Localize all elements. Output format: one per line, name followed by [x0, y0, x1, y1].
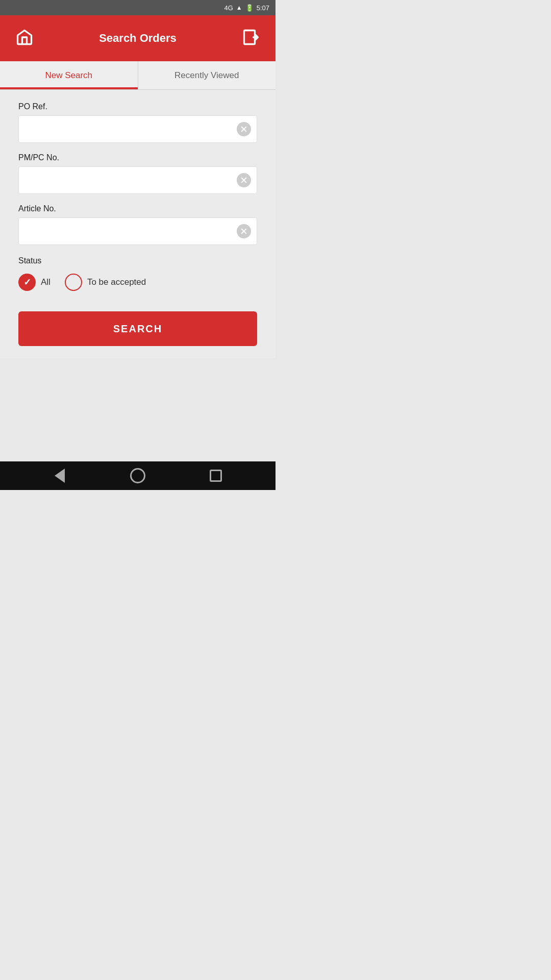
article-no-input[interactable] [18, 217, 257, 245]
page-title: Search Orders [34, 32, 242, 45]
home-nav-button[interactable] [129, 467, 147, 485]
app-header: Search Orders [0, 15, 276, 61]
pm-pc-no-label: PM/PC No. [18, 153, 257, 162]
back-icon [55, 469, 65, 483]
recents-button[interactable] [207, 467, 225, 485]
radio-option-all[interactable]: ✓ All [18, 274, 51, 291]
pm-pc-no-input[interactable] [18, 166, 257, 194]
logout-button[interactable] [242, 28, 260, 48]
back-button[interactable] [51, 467, 69, 485]
radio-option-to-be-accepted[interactable]: To be accepted [65, 274, 146, 291]
radio-to-be-accepted-label: To be accepted [87, 277, 146, 287]
status-section-label: Status [18, 256, 257, 265]
radio-all-circle[interactable]: ✓ [18, 274, 36, 291]
radio-to-be-accepted-circle[interactable] [65, 274, 82, 291]
pm-pc-no-wrapper [18, 166, 257, 194]
time-display: 5:07 [257, 4, 269, 12]
po-ref-label: PO Ref. [18, 102, 257, 111]
pm-pc-no-clear-button[interactable] [237, 173, 251, 187]
article-no-label: Article No. [18, 204, 257, 213]
bottom-navigation [0, 461, 276, 490]
search-button[interactable]: SEARCH [18, 311, 257, 346]
home-nav-icon [130, 468, 145, 483]
article-no-clear-button[interactable] [237, 224, 251, 238]
tab-bar: New Search Recently Viewed [0, 61, 276, 90]
radio-all-checkmark: ✓ [23, 277, 31, 288]
radio-all-label: All [41, 277, 51, 287]
form-content: PO Ref. PM/PC No. Article No. Status ✓ A… [0, 90, 276, 358]
po-ref-clear-button[interactable] [237, 122, 251, 136]
home-button[interactable] [15, 28, 34, 48]
tab-recently-viewed[interactable]: Recently Viewed [138, 61, 276, 89]
signal-icon: ▲ [236, 4, 242, 11]
article-no-wrapper [18, 217, 257, 245]
po-ref-input[interactable] [18, 115, 257, 143]
battery-icon: 🔋 [245, 4, 254, 12]
status-bar: 4G ▲ 🔋 5:07 [0, 0, 276, 15]
recents-icon [210, 470, 222, 482]
tab-new-search[interactable]: New Search [0, 61, 138, 89]
network-indicator: 4G [224, 4, 233, 12]
status-radio-group: ✓ All To be accepted [18, 274, 257, 291]
po-ref-wrapper [18, 115, 257, 143]
